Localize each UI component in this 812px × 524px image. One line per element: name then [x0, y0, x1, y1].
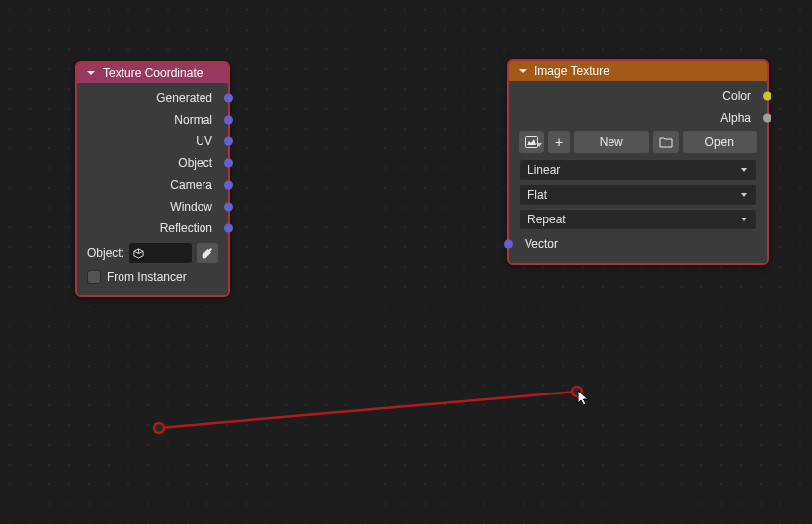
svg-point-2	[154, 423, 164, 433]
output-socket-row[interactable]: Window	[77, 196, 228, 218]
node-body-image-texture: Color Alpha + New Open Linear Flat	[509, 81, 767, 263]
from-instancer-checkbox[interactable]	[87, 270, 101, 284]
new-image-button[interactable]: New	[574, 131, 649, 153]
open-image-button[interactable]: Open	[683, 131, 758, 153]
chevron-down-icon	[740, 188, 748, 202]
socket-output-factor[interactable]	[763, 114, 771, 123]
socket-output-vector[interactable]	[224, 181, 233, 190]
image-browse-button[interactable]	[519, 131, 544, 153]
plus-icon: +	[555, 134, 563, 150]
new-image-plus-button[interactable]: +	[548, 131, 570, 153]
socket-output-vector[interactable]	[224, 116, 233, 125]
socket-output-vector[interactable]	[224, 94, 233, 103]
svg-line-1	[159, 392, 577, 428]
input-socket-row[interactable]: Vector	[509, 233, 767, 255]
image-datablock-toolbar: + New Open	[509, 129, 767, 156]
chevron-down-icon	[740, 213, 748, 226]
output-socket-row[interactable]: Color	[509, 85, 767, 107]
eyedropper-button[interactable]	[197, 243, 218, 263]
projection-dropdown[interactable]: Flat	[519, 184, 757, 206]
output-socket-row[interactable]: Object	[77, 152, 228, 174]
socket-output-vector[interactable]	[224, 224, 233, 233]
node-image-texture[interactable]: Image Texture Color Alpha + New Open Lin…	[507, 59, 769, 265]
socket-input-vector[interactable]	[504, 240, 513, 249]
output-socket-row[interactable]: Generated	[77, 87, 228, 109]
node-title: Image Texture	[534, 64, 609, 78]
checkbox-row[interactable]: From Instancer	[77, 267, 228, 287]
mouse-cursor-icon	[577, 390, 593, 409]
object-data-icon	[129, 248, 147, 259]
output-socket-row[interactable]: Normal	[77, 109, 228, 131]
node-texture-coordinate[interactable]: Texture Coordinate Generated Normal UV O…	[75, 61, 230, 297]
extension-dropdown[interactable]: Repeat	[519, 209, 757, 230]
chevron-down-icon[interactable]	[517, 65, 528, 77]
chevron-down-icon[interactable]	[85, 67, 97, 79]
node-title: Texture Coordinate	[103, 66, 203, 80]
node-body-texture-coordinate: Generated Normal UV Object Camera Window…	[77, 83, 228, 295]
open-image-folder-button[interactable]	[653, 131, 679, 153]
node-header-image-texture[interactable]: Image Texture	[509, 61, 767, 81]
socket-output-vector[interactable]	[224, 159, 233, 168]
checkbox-label: From Instancer	[107, 270, 187, 284]
socket-output-color[interactable]	[763, 92, 771, 101]
output-socket-row[interactable]: Alpha	[509, 107, 767, 129]
socket-output-vector[interactable]	[224, 203, 233, 212]
interpolation-dropdown[interactable]: Linear	[519, 159, 757, 181]
node-header-texture-coordinate[interactable]: Texture Coordinate	[77, 63, 228, 83]
object-field-row: Object:	[77, 239, 228, 267]
chevron-down-icon	[740, 163, 748, 177]
node-editor-viewport[interactable]: Texture Coordinate Generated Normal UV O…	[0, 0, 812, 524]
object-field[interactable]	[128, 242, 193, 264]
object-field-label: Object:	[87, 246, 124, 260]
socket-output-vector[interactable]	[224, 137, 233, 146]
output-socket-row[interactable]: Camera	[77, 174, 228, 196]
output-socket-row[interactable]: Reflection	[77, 218, 228, 239]
output-socket-row[interactable]: UV	[77, 131, 228, 152]
